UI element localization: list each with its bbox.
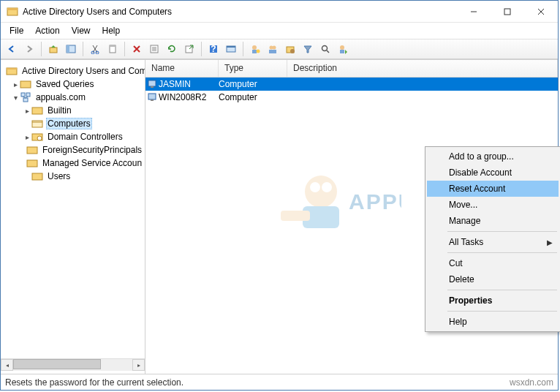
tree-node-domain[interactable]: ▾ appuals.com bbox=[1, 91, 145, 104]
svg-point-29 bbox=[290, 49, 295, 53]
svg-rect-3 bbox=[504, 9, 510, 15]
ctx-add-to-group[interactable]: Add to a group... bbox=[427, 148, 559, 165]
help-icon[interactable]: ? bbox=[205, 41, 222, 57]
svg-rect-52 bbox=[151, 99, 154, 101]
ctx-help[interactable]: Help bbox=[427, 314, 559, 330]
tree-label: Saved Queries bbox=[34, 79, 95, 89]
list-row[interactable]: WIN2008R2 Computer bbox=[145, 91, 558, 104]
tree-label: Builtin bbox=[46, 105, 73, 116]
tree-label: ForeignSecurityPrincipals bbox=[41, 145, 143, 155]
copy-icon[interactable] bbox=[105, 41, 121, 57]
scroll-right-button[interactable]: ▸ bbox=[132, 359, 145, 371]
delete-icon[interactable] bbox=[129, 41, 145, 57]
ctx-label: Add to a group... bbox=[449, 151, 514, 162]
tree-pane: ▸ Active Directory Users and Com ▸ Saved… bbox=[1, 60, 145, 374]
properties-icon[interactable] bbox=[146, 41, 162, 57]
back-arrow-icon[interactable] bbox=[4, 41, 20, 57]
tree-node-fsp[interactable]: ▸ ForeignSecurityPrincipals bbox=[1, 143, 145, 157]
brand-text: wsxdn.com bbox=[510, 377, 553, 388]
watermark: APPUALS bbox=[211, 155, 401, 243]
svg-point-57 bbox=[322, 182, 332, 192]
find-icon[interactable] bbox=[317, 41, 333, 57]
list-row[interactable]: JASMIN Computer bbox=[145, 78, 558, 91]
col-type[interactable]: Type bbox=[219, 60, 287, 77]
col-desc[interactable]: Description bbox=[287, 60, 558, 77]
expand-toggle[interactable]: ▸ bbox=[23, 133, 31, 141]
svg-rect-49 bbox=[148, 80, 156, 86]
svg-text:?: ? bbox=[211, 44, 216, 54]
up-icon[interactable] bbox=[45, 41, 61, 57]
ctx-label: Move... bbox=[449, 200, 477, 210]
menu-help[interactable]: Help bbox=[97, 24, 126, 37]
scroll-left-button[interactable]: ◂ bbox=[1, 359, 13, 371]
ctx-label: Cut bbox=[449, 258, 463, 268]
tree-hscrollbar[interactable]: ◂ ▸ bbox=[1, 358, 145, 371]
user-add-2-icon[interactable] bbox=[265, 41, 281, 57]
tree-root[interactable]: ▸ Active Directory Users and Com bbox=[1, 64, 145, 78]
console-icon[interactable] bbox=[223, 41, 239, 57]
svg-point-45 bbox=[37, 136, 42, 140]
svg-rect-47 bbox=[27, 160, 37, 167]
ctx-manage[interactable]: Manage bbox=[427, 213, 559, 229]
app-icon bbox=[7, 6, 18, 18]
cut-icon[interactable] bbox=[87, 41, 103, 57]
list-header: Name Type Description bbox=[145, 60, 558, 78]
tree-node-saved-queries[interactable]: ▸ Saved Queries bbox=[1, 78, 145, 91]
refresh-icon[interactable] bbox=[164, 41, 180, 57]
filter-icon[interactable] bbox=[300, 41, 316, 57]
tree-node-domain-controllers[interactable]: ▸ Domain Controllers bbox=[1, 130, 145, 143]
toolbar-sep bbox=[201, 42, 202, 56]
user-query-icon[interactable] bbox=[335, 41, 351, 57]
col-name[interactable]: Name bbox=[145, 60, 219, 77]
tree-node-msa[interactable]: ▸ Managed Service Accoun bbox=[1, 157, 145, 170]
expand-toggle[interactable]: ▸ bbox=[23, 107, 31, 115]
menu-file[interactable]: File bbox=[4, 24, 29, 37]
collapse-toggle[interactable]: ▾ bbox=[11, 94, 20, 102]
close-button[interactable] bbox=[524, 1, 558, 22]
ctx-properties[interactable]: Properties bbox=[427, 293, 559, 309]
tree-node-builtin[interactable]: ▸ Builtin bbox=[1, 104, 145, 117]
computer-icon bbox=[145, 91, 159, 103]
cell-type: Computer bbox=[219, 79, 287, 89]
minimize-button[interactable] bbox=[457, 1, 491, 22]
ctx-delete[interactable]: Delete bbox=[427, 271, 559, 287]
menu-action[interactable]: Action bbox=[29, 24, 65, 37]
ctx-all-tasks[interactable]: All Tasks▶ bbox=[427, 234, 559, 250]
svg-rect-55 bbox=[281, 211, 310, 221]
cell-name: WIN2008R2 bbox=[159, 92, 219, 102]
svg-rect-35 bbox=[7, 68, 17, 69]
export-icon[interactable] bbox=[181, 41, 197, 57]
svg-point-56 bbox=[310, 182, 320, 192]
svg-rect-21 bbox=[227, 46, 235, 48]
ctx-cut[interactable]: Cut bbox=[427, 255, 559, 271]
tree-label: Users bbox=[46, 171, 72, 181]
ctx-move[interactable]: Move... bbox=[427, 197, 559, 213]
user-add-1-icon[interactable] bbox=[247, 41, 263, 57]
folder-icon bbox=[26, 144, 38, 156]
tree-node-users[interactable]: ▸ Users bbox=[1, 170, 145, 183]
svg-rect-54 bbox=[303, 206, 339, 228]
list-pane: Name Type Description JASMIN Computer WI… bbox=[145, 60, 558, 374]
svg-rect-48 bbox=[32, 173, 42, 180]
ctx-disable-account[interactable]: Disable Account bbox=[427, 165, 559, 181]
ctx-label: Reset Account bbox=[449, 184, 505, 194]
folder-icon bbox=[31, 105, 43, 116]
scroll-thumb[interactable] bbox=[13, 359, 101, 369]
menu-view[interactable]: View bbox=[66, 24, 97, 37]
ctx-label: All Tasks bbox=[449, 237, 483, 247]
svg-rect-51 bbox=[148, 94, 156, 99]
domain-icon bbox=[20, 91, 31, 103]
svg-rect-8 bbox=[67, 45, 69, 53]
ctx-separator bbox=[447, 311, 557, 312]
maximize-button[interactable] bbox=[491, 1, 524, 22]
show-pane-icon[interactable] bbox=[63, 41, 79, 57]
ctx-reset-account[interactable]: Reset Account bbox=[427, 181, 559, 197]
submenu-arrow-icon: ▶ bbox=[547, 238, 553, 246]
tree-node-computers[interactable]: ▸ Computers bbox=[1, 117, 145, 130]
ctx-label: Disable Account bbox=[449, 167, 512, 178]
forward-arrow-icon[interactable] bbox=[21, 41, 37, 57]
user-folder-icon[interactable] bbox=[282, 41, 298, 57]
expand-toggle[interactable]: ▸ bbox=[11, 80, 20, 88]
svg-rect-39 bbox=[23, 98, 28, 102]
svg-text:APPUALS: APPUALS bbox=[349, 189, 401, 214]
